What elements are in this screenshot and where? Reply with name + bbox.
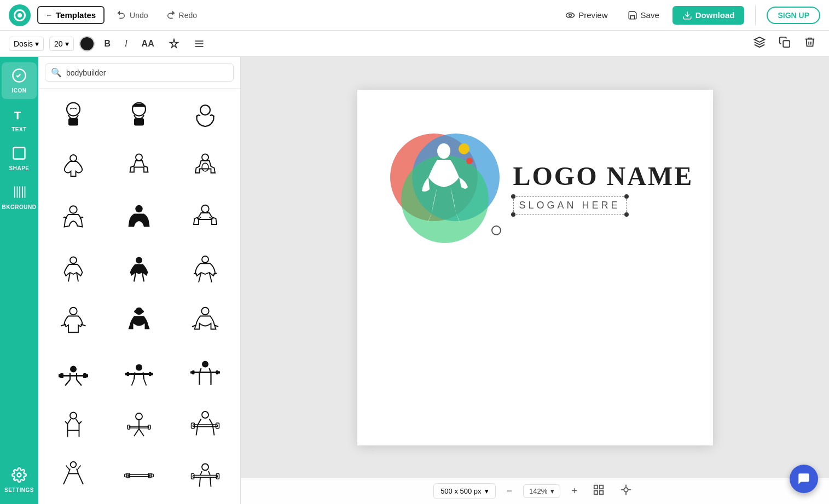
svg-rect-53 [218, 372, 220, 374]
sidebar-icon-label: ICON [12, 88, 27, 94]
text-sidebar-icon: T [11, 107, 27, 124]
align-button[interactable] [616, 482, 636, 501]
svg-rect-18 [68, 118, 78, 126]
list-item[interactable] [40, 399, 106, 450]
list-item[interactable] [172, 450, 238, 502]
icons-grid [38, 89, 240, 504]
italic-button[interactable]: I [120, 37, 131, 51]
sidebar-item-background[interactable]: BKGROUND [2, 179, 37, 216]
handle-tr [624, 194, 629, 199]
canvas-size-button[interactable]: 500 x 500 px ▾ [433, 483, 495, 499]
svg-point-30 [136, 257, 142, 263]
zoom-in-button[interactable]: + [567, 483, 582, 499]
font-size-selector[interactable]: 20 ▾ [49, 37, 74, 51]
spacing-button[interactable] [189, 36, 209, 51]
list-item[interactable] [40, 194, 106, 245]
font-selector[interactable]: Dosis ▾ [9, 37, 44, 51]
svg-rect-70 [151, 474, 154, 477]
svg-point-1 [569, 14, 572, 16]
list-item[interactable] [106, 450, 172, 502]
search-input[interactable] [66, 68, 228, 77]
list-item[interactable] [172, 347, 238, 399]
sidebar-item-shape[interactable]: SHAPE [2, 140, 37, 177]
topbar-divider [755, 5, 756, 25]
svg-rect-66 [129, 474, 150, 477]
svg-rect-61 [193, 425, 217, 427]
duplicate-button[interactable] [774, 34, 795, 53]
list-item[interactable] [172, 399, 238, 450]
svg-point-85 [624, 488, 628, 491]
list-item[interactable] [40, 142, 106, 194]
download-button[interactable]: Download [673, 6, 745, 25]
preview-label: Preview [578, 10, 607, 20]
svg-rect-20 [134, 118, 144, 126]
redo-label: Redo [179, 11, 197, 20]
grid-button[interactable] [588, 482, 609, 501]
list-item[interactable] [172, 142, 238, 194]
search-icon: 🔍 [51, 67, 62, 78]
list-item[interactable] [106, 347, 172, 399]
list-item[interactable] [40, 245, 106, 297]
undo-button[interactable]: Undo [111, 7, 153, 24]
list-item[interactable] [106, 245, 172, 297]
svg-rect-49 [194, 372, 217, 373]
svg-point-54 [70, 413, 77, 419]
handle-tl [511, 194, 515, 199]
download-label: Download [695, 10, 735, 20]
effects-button[interactable] [164, 36, 184, 51]
zoom-display: 142% ▾ [523, 484, 560, 498]
layers-button[interactable] [749, 34, 770, 53]
preview-button[interactable]: Preview [559, 7, 614, 24]
svg-rect-7 [783, 40, 790, 47]
signup-button[interactable]: SIGN UP [767, 7, 820, 24]
list-item[interactable] [40, 297, 106, 348]
redo-button[interactable]: Redo [160, 7, 202, 24]
svg-rect-81 [594, 485, 598, 489]
zoom-out-button[interactable]: − [502, 483, 517, 499]
svg-rect-83 [594, 491, 598, 494]
left-sidebar: ICON T TEXT SHAPE BKGROUND SETTINGS [0, 57, 38, 504]
color-picker[interactable] [79, 36, 95, 51]
list-item[interactable] [40, 450, 106, 502]
list-item[interactable] [172, 194, 238, 245]
sidebar-item-icon[interactable]: ICON [2, 62, 37, 99]
list-item[interactable] [106, 399, 172, 450]
shape-sidebar-icon [11, 146, 27, 163]
bold-button[interactable]: B [100, 37, 115, 51]
list-item[interactable] [172, 297, 238, 348]
topbar: ← Templates Undo Redo Preview Save Downl… [0, 0, 829, 31]
aa-button[interactable]: AA [137, 37, 159, 51]
slogan-text[interactable]: SLOGAN HERE [513, 196, 627, 215]
svg-point-21 [200, 105, 210, 115]
sidebar-item-settings[interactable]: SETTINGS [2, 462, 37, 499]
list-item[interactable] [106, 297, 172, 348]
chat-bubble[interactable] [790, 465, 818, 493]
icon-sidebar-icon [11, 68, 27, 85]
delete-button[interactable] [799, 34, 820, 53]
svg-rect-40 [59, 374, 61, 378]
templates-button[interactable]: ← Templates [37, 6, 105, 24]
canvas-size-label: 500 x 500 px [440, 487, 481, 495]
svg-point-17 [67, 102, 80, 115]
sidebar-background-label: BKGROUND [2, 204, 37, 210]
logo-name-text[interactable]: LOGO NAME [513, 161, 694, 191]
save-button[interactable]: Save [621, 7, 666, 24]
canvas-size-dropdown-arrow: ▾ [485, 487, 489, 495]
sidebar-item-text[interactable]: T TEXT [2, 101, 37, 138]
svg-rect-52 [190, 372, 193, 374]
app-logo[interactable] [9, 4, 31, 26]
svg-text:T: T [14, 109, 21, 121]
list-item[interactable] [172, 245, 238, 297]
svg-marker-6 [755, 37, 764, 42]
list-item[interactable] [40, 91, 106, 142]
list-item[interactable] [106, 194, 172, 245]
list-item[interactable] [40, 347, 106, 399]
slogan-container[interactable]: SLOGAN HERE [513, 196, 627, 215]
canvas[interactable]: LOGO NAME SLOGAN HERE [357, 90, 713, 445]
svg-point-25 [202, 163, 208, 171]
font-size-value: 20 [54, 39, 63, 48]
list-item[interactable] [106, 91, 172, 142]
list-item[interactable] [172, 91, 238, 142]
list-item[interactable] [106, 142, 172, 194]
sidebar-settings-label: SETTINGS [4, 487, 34, 493]
